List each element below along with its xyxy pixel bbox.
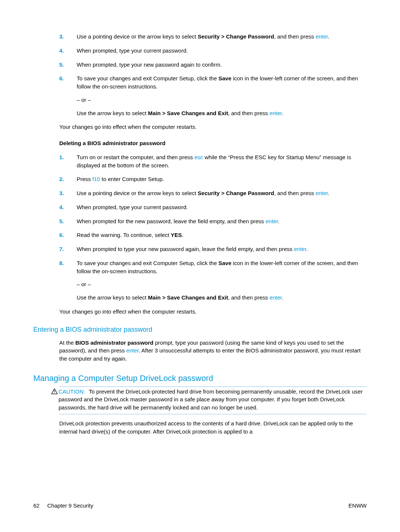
or-separator: – or – [77,96,367,104]
list-item: 1. Turn on or restart the computer, and … [59,153,367,170]
step-number: 4. [59,203,77,211]
step-text: To save your changes and exit Computer S… [77,259,367,302]
list-item: 3. Use a pointing device or the arrow ke… [59,189,367,197]
svg-point-1 [54,392,55,393]
alt-instruction: Use the arrow keys to select Main > Save… [77,109,367,117]
step-text: Turn on or restart the computer, and the… [77,153,367,170]
step-text: To save your changes and exit Computer S… [77,74,367,117]
page-footer: 62 Chapter 9 Security ENWW [33,502,367,510]
list-item: 5. When prompted for the new password, l… [59,217,367,225]
step-text: When prompted to type your new password … [77,245,367,253]
step-number: 3. [59,189,77,197]
caution-content: CAUTION:To prevent the DriveLock-protect… [59,388,367,412]
step-text: When prompted, type your current passwor… [77,47,367,55]
step-text: Use a pointing device or the arrow keys … [77,189,367,197]
step-number: 3. [59,33,77,41]
step-text: Press f10 to enter Computer Setup. [77,175,367,183]
list-item: 7. When prompted to type your new passwo… [59,245,367,253]
list-item: 6. Read the warning. To continue, select… [59,231,367,239]
step-number: 6. [59,74,77,117]
caution-triangle-icon [51,388,58,394]
closing-text: Your changes go into effect when the com… [59,308,367,316]
step-text: Use a pointing device or the arrow keys … [77,33,367,41]
step-number: 1. [59,153,77,170]
numbered-list-delete-password: 1. Turn on or restart the computer, and … [59,153,367,302]
footer-left: 62 Chapter 9 Security [33,502,93,510]
paragraph: DriveLock protection prevents unauthoriz… [59,419,367,436]
step-text: Read the warning. To continue, select YE… [77,231,367,239]
list-item: 4. When prompted, type your current pass… [59,47,367,55]
subheading-deleting: Deleting a BIOS administrator password [59,139,367,147]
caution-label: CAUTION: [59,388,85,395]
or-separator: – or – [77,280,367,288]
chapter-title: Chapter 9 Security [47,502,93,509]
step-text: When prompted for the new password, leav… [77,217,367,225]
step-number: 7. [59,245,77,253]
closing-text: Your changes go into effect when the com… [59,123,367,131]
step-number: 4. [59,47,77,55]
caution-text: To prevent the DriveLock-protected hard … [59,388,363,411]
step-text: When prompted, type your current passwor… [77,203,367,211]
list-item: 6. To save your changes and exit Compute… [59,74,367,117]
footer-right: ENWW [349,502,367,510]
step-text: When prompted, type your new password ag… [77,61,367,69]
heading-managing-drivelock: Managing a Computer Setup DriveLock pass… [33,372,367,384]
step-number: 5. [59,61,77,69]
step-number: 5. [59,217,77,225]
list-item: 5. When prompted, type your new password… [59,61,367,69]
list-item: 2. Press f10 to enter Computer Setup. [59,175,367,183]
numbered-list-change-password: 3. Use a pointing device or the arrow ke… [59,33,367,117]
paragraph: At the BIOS administrator password promp… [59,339,367,363]
step-number: 8. [59,259,77,302]
alt-instruction: Use the arrow keys to select Main > Save… [77,294,367,302]
step-number: 2. [59,175,77,183]
heading-entering-bios: Entering a BIOS administrator password [33,325,367,334]
list-item: 4. When prompted, type your current pass… [59,203,367,211]
step-number: 6. [59,231,77,239]
caution-box: CAUTION:To prevent the DriveLock-protect… [59,387,367,414]
page-number: 62 [33,502,40,509]
list-item: 3. Use a pointing device or the arrow ke… [59,33,367,41]
list-item: 8. To save your changes and exit Compute… [59,259,367,302]
